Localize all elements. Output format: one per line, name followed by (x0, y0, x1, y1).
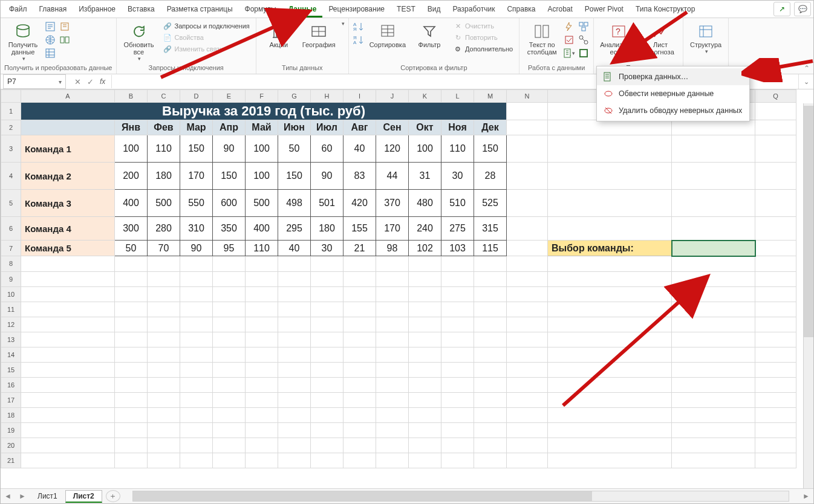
data-cell[interactable]: 31 (409, 163, 441, 190)
data-cell[interactable]: 170 (376, 217, 409, 241)
cell[interactable] (213, 256, 246, 272)
cell[interactable] (548, 135, 672, 163)
cell[interactable] (672, 392, 755, 407)
month-header[interactable]: Июл (311, 120, 344, 135)
cell[interactable] (213, 317, 246, 332)
cell[interactable] (21, 362, 115, 377)
cell[interactable] (148, 392, 180, 407)
data-cell[interactable]: 170 (180, 163, 213, 190)
cell[interactable] (148, 347, 180, 362)
data-cell[interactable]: 40 (344, 135, 376, 163)
cell[interactable] (21, 317, 115, 332)
cell[interactable] (441, 347, 474, 362)
cell[interactable] (180, 256, 213, 272)
team-label[interactable]: Команда 1 (21, 135, 115, 163)
cell[interactable] (344, 286, 376, 302)
cell[interactable] (148, 332, 180, 347)
cell[interactable] (311, 422, 344, 438)
month-header[interactable]: Мар (180, 120, 213, 135)
cell[interactable] (441, 256, 474, 272)
cell[interactable] (278, 422, 311, 438)
cell[interactable] (180, 422, 213, 438)
cell[interactable] (755, 377, 796, 392)
row-header-15[interactable]: 15 (1, 362, 21, 377)
cell[interactable] (180, 317, 213, 332)
sheet-nav-prev[interactable]: ◄ (1, 492, 15, 500)
cell[interactable] (148, 286, 180, 302)
col-header-G[interactable]: G (278, 90, 311, 103)
cell[interactable] (311, 377, 344, 392)
choose-team-cell[interactable] (672, 241, 755, 256)
cell[interactable] (672, 286, 755, 302)
cell[interactable] (672, 302, 755, 317)
cell[interactable] (474, 332, 507, 347)
cell[interactable] (755, 190, 796, 217)
data-cell[interactable]: 420 (344, 190, 376, 217)
data-cell[interactable]: 200 (115, 163, 148, 190)
row-header-4[interactable]: 4 (1, 163, 21, 190)
cell[interactable] (507, 438, 548, 453)
cell[interactable] (409, 286, 441, 302)
month-header[interactable]: Ноя (441, 120, 474, 135)
dv-validation-item[interactable]: Проверка данных… (597, 68, 749, 85)
cell[interactable] (148, 362, 180, 377)
cell[interactable] (213, 332, 246, 347)
cell[interactable] (474, 302, 507, 317)
tab-файл[interactable]: Файл (3, 1, 33, 18)
cell[interactable] (507, 362, 548, 377)
data-cell[interactable]: 150 (180, 135, 213, 163)
cell[interactable] (278, 347, 311, 362)
flash-fill-icon[interactable] (563, 21, 575, 33)
what-if-button[interactable]: ? Анализ "чтоесли" ▾ (597, 21, 639, 63)
cell[interactable] (246, 362, 278, 377)
cell[interactable] (21, 256, 115, 272)
cell[interactable] (507, 407, 548, 422)
cell[interactable] (409, 392, 441, 407)
cell[interactable] (344, 317, 376, 332)
data-cell[interactable]: 400 (246, 217, 278, 241)
cell[interactable] (507, 302, 548, 317)
data-cell[interactable]: 30 (311, 241, 344, 256)
data-cell[interactable]: 480 (409, 190, 441, 217)
cell[interactable] (148, 407, 180, 422)
cell[interactable] (474, 347, 507, 362)
cell[interactable] (344, 347, 376, 362)
cell[interactable] (755, 407, 796, 422)
cell[interactable] (376, 271, 409, 286)
data-cell[interactable]: 110 (246, 241, 278, 256)
cell[interactable] (474, 317, 507, 332)
chevron-down-icon[interactable]: ▾ (342, 21, 345, 27)
data-cell[interactable]: 110 (441, 135, 474, 163)
outline-button[interactable]: Структура ▾ (687, 21, 724, 56)
cell[interactable] (672, 453, 755, 468)
cell[interactable] (278, 438, 311, 453)
row-header-14[interactable]: 14 (1, 347, 21, 362)
data-cell[interactable]: 150 (213, 163, 246, 190)
cell[interactable] (376, 302, 409, 317)
cell[interactable] (246, 302, 278, 317)
row-header-5[interactable]: 5 (1, 190, 21, 217)
row-header-16[interactable]: 16 (1, 377, 21, 392)
cell[interactable] (115, 256, 148, 272)
cell[interactable] (311, 271, 344, 286)
cell[interactable] (548, 120, 672, 135)
tab-справка[interactable]: Справка (501, 1, 541, 18)
cell[interactable] (311, 407, 344, 422)
cell[interactable] (474, 286, 507, 302)
cell[interactable] (115, 392, 148, 407)
cell[interactable] (376, 422, 409, 438)
cell[interactable] (278, 392, 311, 407)
data-cell[interactable]: 275 (441, 217, 474, 241)
cell[interactable] (344, 422, 376, 438)
cell[interactable] (246, 332, 278, 347)
cell[interactable] (474, 438, 507, 453)
cell[interactable] (441, 377, 474, 392)
cell[interactable] (246, 422, 278, 438)
cell[interactable] (507, 271, 548, 286)
cell[interactable] (311, 362, 344, 377)
cell[interactable] (409, 271, 441, 286)
cell[interactable] (21, 286, 115, 302)
cell[interactable] (548, 286, 672, 302)
cell[interactable] (548, 422, 672, 438)
cell[interactable] (441, 392, 474, 407)
